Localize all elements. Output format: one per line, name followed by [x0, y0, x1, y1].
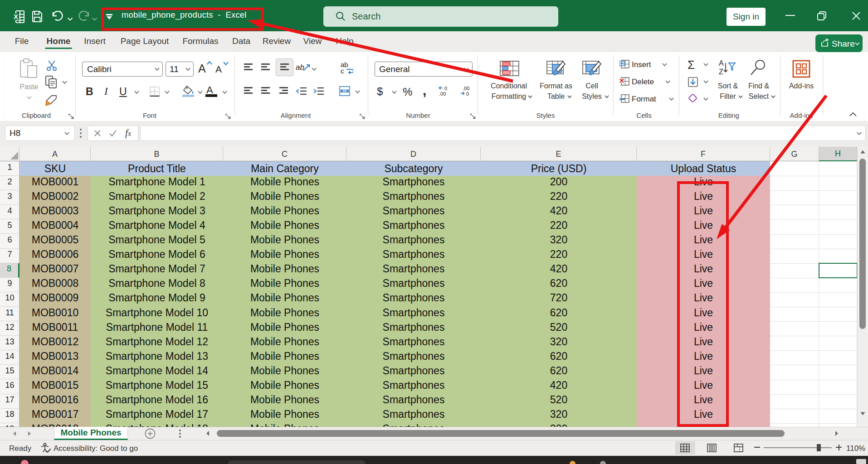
svg-text:X: X — [14, 13, 18, 20]
svg-text:0: 0 — [444, 86, 447, 91]
svg-text:Z: Z — [719, 68, 723, 76]
svg-text:.00: .00 — [439, 91, 446, 97]
svg-text:0: 0 — [466, 91, 469, 97]
svg-text:A: A — [719, 59, 724, 67]
svg-text:.00: .00 — [463, 86, 469, 91]
